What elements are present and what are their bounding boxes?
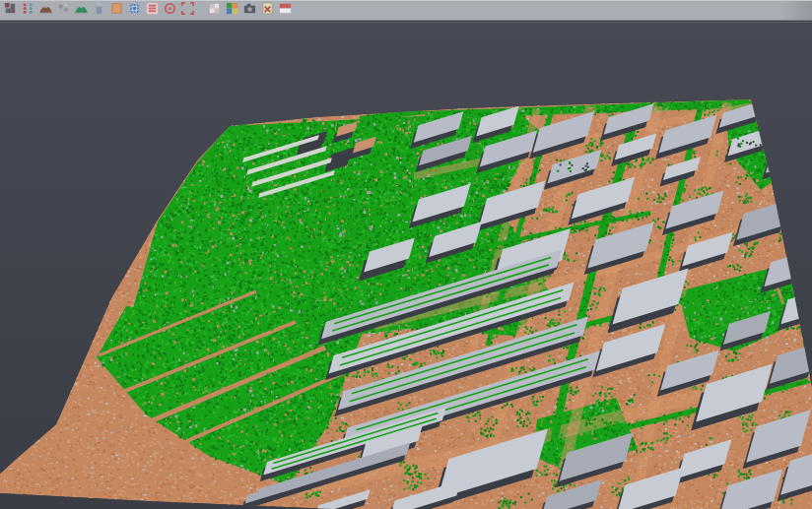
target-circle-icon: [163, 1, 177, 20]
point-picking-button[interactable]: [55, 2, 72, 19]
globe-icon: [127, 1, 142, 20]
toolbar-separator: [196, 2, 205, 19]
camera-icon: [242, 1, 257, 20]
grid-checker-icon: [207, 1, 222, 20]
profile-section-button[interactable]: [91, 2, 107, 19]
classification-palette-button[interactable]: [224, 2, 240, 19]
profile-section-icon: [92, 1, 106, 20]
3d-viewport: [0, 22, 812, 509]
zoom-extent-button[interactable]: [179, 2, 196, 19]
delete-points-icon: [260, 1, 275, 20]
point-cloud-button[interactable]: [2, 2, 19, 19]
grid-checker-button[interactable]: [206, 2, 223, 19]
terrain-brown-icon: [38, 1, 53, 20]
terrain-green-icon: [74, 1, 89, 20]
camera-button[interactable]: [241, 2, 258, 19]
flag-red-icon: [278, 1, 293, 20]
terrain-brown-button[interactable]: [37, 2, 54, 19]
delete-points-button[interactable]: [259, 2, 276, 19]
point-cloud-icon: [3, 1, 18, 20]
terrain-green-button[interactable]: [73, 2, 90, 19]
layers-icon: [145, 1, 160, 20]
classification-palette-icon: [225, 1, 239, 20]
layers-button[interactable]: [144, 2, 161, 19]
align-point-pairs-icon: [21, 1, 35, 20]
flag-red-button[interactable]: [277, 2, 294, 19]
globe-button[interactable]: [126, 2, 143, 19]
ortho-image-icon: [109, 1, 124, 20]
app-window: [0, 0, 812, 509]
zoom-extent-icon: [180, 1, 195, 20]
main-toolbar: [0, 0, 812, 21]
point-cloud-render[interactable]: [0, 23, 812, 509]
align-point-pairs-button[interactable]: [20, 2, 36, 19]
point-picking-icon: [56, 1, 71, 20]
ortho-image-button[interactable]: [108, 2, 125, 19]
target-circle-button[interactable]: [162, 2, 178, 19]
